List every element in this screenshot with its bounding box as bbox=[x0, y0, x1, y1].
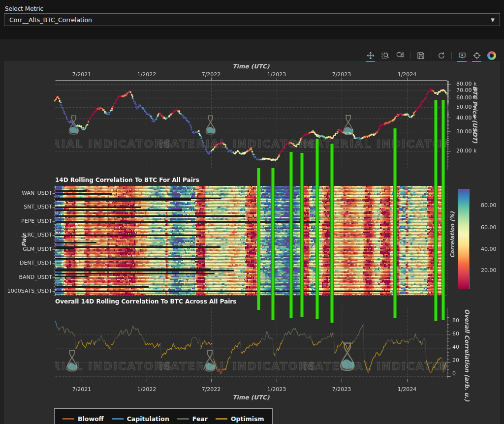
overall-title: Overall 14D Rolling Correlation To BTC A… bbox=[55, 298, 236, 305]
x-axis-title-top: Time (UTC) bbox=[226, 63, 276, 70]
pan-tool-icon[interactable] bbox=[366, 50, 375, 61]
legend-swatch bbox=[216, 418, 227, 420]
flask-watermark-icon bbox=[61, 346, 83, 373]
toolbar-separator bbox=[451, 52, 452, 60]
x-tick-label-bottom: 1/2022 bbox=[134, 386, 159, 393]
dashboard-root: { "app": {"background": "#151515", "pane… bbox=[0, 0, 504, 424]
heatmap-row-label: 1000SATS_USDT bbox=[0, 288, 52, 294]
colorbar-tick-label: 40.00 bbox=[481, 246, 497, 252]
bokeh-logo-icon[interactable] bbox=[487, 50, 496, 61]
legend: BlowoffCapitulationFearOptimism bbox=[54, 408, 273, 424]
reset-tool-icon[interactable] bbox=[437, 50, 446, 61]
colorbar-tick-label: 20.00 bbox=[481, 267, 497, 273]
legend-swatch bbox=[112, 418, 124, 420]
crosshair-tool-icon[interactable] bbox=[472, 50, 481, 61]
overall-y-tick-label: 20 bbox=[452, 357, 459, 363]
x-tick-label: 7/2021 bbox=[69, 71, 94, 78]
x-tick-label: 1/2024 bbox=[395, 71, 419, 78]
x-tick-label-bottom: 7/2021 bbox=[69, 386, 94, 393]
toolbar-separator bbox=[431, 52, 431, 60]
watermark-text: MATERIAL INDICATORS bbox=[55, 138, 172, 150]
signal-line bbox=[300, 153, 304, 317]
x-tick-label: 7/2022 bbox=[199, 71, 223, 78]
signal-line bbox=[393, 128, 397, 318]
x-tick-label: 7/2023 bbox=[329, 71, 354, 78]
signal-line bbox=[257, 168, 260, 310]
signal-line bbox=[271, 168, 275, 320]
legend-item-optimism: Optimism bbox=[216, 415, 264, 423]
box-zoom-tool-icon[interactable] bbox=[380, 50, 390, 61]
x-tick-label: 1/2023 bbox=[264, 71, 289, 78]
wheel-zoom-tool-icon[interactable] bbox=[395, 50, 405, 61]
heatmap-title: 14D Rolling Correlation To BTC For All P… bbox=[55, 177, 199, 183]
overall-y-tick-label: 0 bbox=[452, 370, 456, 377]
save-tool-icon[interactable] bbox=[416, 50, 425, 61]
flask-watermark-icon bbox=[198, 346, 221, 373]
heatmap-row-label: GLM_USDT bbox=[0, 246, 52, 252]
watermark-text: MATERIAL INDICATORS bbox=[159, 360, 316, 372]
x-tick-label-bottom: 1/2024 bbox=[395, 386, 419, 393]
watermark-text: MATERIAL INDICATORS bbox=[303, 360, 447, 372]
flask-watermark-icon bbox=[332, 337, 362, 373]
heatmap-row-label: WAN_USDT bbox=[0, 190, 52, 196]
signal-line bbox=[315, 139, 319, 319]
x-tick-label-bottom: 7/2023 bbox=[329, 386, 354, 393]
legend-swatch bbox=[63, 418, 74, 420]
colorbar-tick-label: 80.00 bbox=[481, 202, 497, 209]
heatmap-row-label: SNT_USDT bbox=[0, 204, 52, 210]
x-axis-title-bottom: Time (UTC) bbox=[226, 394, 276, 401]
bokeh-toolbar bbox=[366, 50, 496, 61]
signal-line bbox=[330, 144, 334, 323]
overall-y-tick-label: 40 bbox=[452, 344, 459, 350]
price-y-axis-title: BTC Price (USDT) bbox=[472, 86, 478, 155]
colorbar-tick-label: 60.00 bbox=[481, 224, 497, 231]
hover-tool-icon[interactable] bbox=[457, 50, 467, 61]
toolbar-separator bbox=[410, 52, 410, 60]
watermark-text: MATERIAL INDICATORS bbox=[440, 360, 447, 372]
signal-line bbox=[434, 100, 438, 321]
legend-item-fear: Fear bbox=[177, 415, 208, 423]
overall-y-tick-label: 80 bbox=[452, 317, 459, 324]
x-tick-label-bottom: 7/2022 bbox=[199, 386, 223, 393]
watermark-text: MATERIAL INDICATORS bbox=[303, 138, 447, 150]
heatmap-row-label: BAND_USDT bbox=[0, 274, 52, 280]
legend-item-blowoff: Blowoff bbox=[63, 415, 104, 423]
watermark-layer-top: MATERIAL INDICATORSMATERIAL INDICATORSMA… bbox=[55, 80, 447, 170]
legend-label: Optimism bbox=[231, 415, 264, 423]
watermark-text: MATERIAL INDICATORS bbox=[159, 138, 316, 150]
x-tick-label-bottom: 1/2023 bbox=[264, 386, 289, 393]
flask-watermark-icon bbox=[200, 112, 221, 136]
colorbar-title: Correlation (%) bbox=[449, 212, 456, 258]
watermark-layer-bottom: MATERIAL INDICATORSMATERIAL INDICATORSMA… bbox=[55, 307, 447, 379]
signal-line bbox=[441, 100, 445, 320]
legend-label: Capitulation bbox=[127, 415, 169, 423]
overall-y-tick-label: 60 bbox=[452, 331, 459, 337]
x-tick-label: 1/2022 bbox=[134, 71, 159, 78]
flask-watermark-icon bbox=[63, 112, 84, 136]
heatmap-row-label: PEPE_USDT bbox=[0, 218, 52, 224]
signal-line bbox=[289, 152, 293, 318]
overall-y-axis-title: Overall Correlation (arb. u.) bbox=[464, 309, 471, 401]
heatmap-y-axis-title: Pair bbox=[21, 234, 28, 247]
legend-label: Fear bbox=[192, 415, 208, 423]
legend-swatch bbox=[177, 418, 189, 420]
legend-label: Blowoff bbox=[78, 415, 104, 423]
legend-item-capitulation: Capitulation bbox=[112, 415, 169, 423]
heatmap-row-label: DENT_USDT bbox=[0, 260, 52, 266]
correlation-colorbar bbox=[458, 189, 470, 289]
flask-watermark-icon bbox=[338, 111, 359, 137]
